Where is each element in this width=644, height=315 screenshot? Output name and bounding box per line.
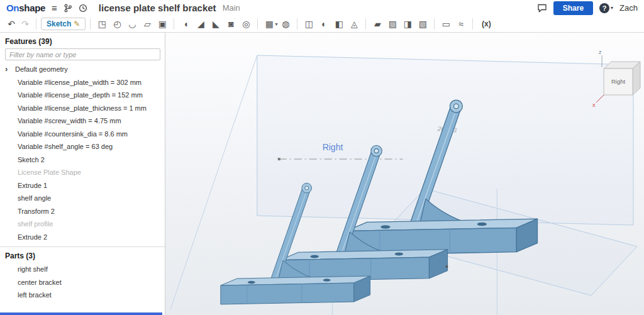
help-icon[interactable]: ? [599, 3, 609, 13]
comments-icon[interactable] [537, 3, 547, 13]
undo-icon[interactable]: ↶ [5, 19, 18, 29]
history-clock-icon[interactable] [79, 4, 87, 13]
toolbar-separator [472, 18, 473, 30]
feature-label: Default geometry [15, 63, 68, 76]
feature-label: shelf profile [18, 220, 53, 228]
document-title: license plate shelf bracket [99, 3, 216, 13]
app-header: Onshape ≡ license plate shelf bracket Ma… [0, 0, 644, 16]
feature-item[interactable]: shelf angle [0, 192, 165, 205]
chamfer-icon[interactable]: ◢ [194, 18, 208, 30]
offset-surface-icon[interactable]: ▰ [370, 18, 384, 30]
onshape-logo[interactable]: Onshape [6, 3, 45, 13]
linear-pattern-dropdown-caret[interactable]: ▾ [275, 21, 277, 27]
feature-item[interactable]: Variable #screw_width = 4.75 mm [0, 114, 165, 128]
feature-item-suppressed[interactable]: shelf profile [0, 218, 165, 231]
part-item[interactable]: right shelf [0, 263, 165, 276]
feature-label: shelf angle [18, 194, 51, 202]
toolbar-separator [434, 18, 435, 30]
shell-icon[interactable]: ◙ [224, 18, 238, 30]
axis-z-label: z [599, 49, 602, 55]
feature-label: License Plate Shape [18, 169, 81, 176]
feature-item[interactable]: Variable #shelf_angle = 63 deg [0, 140, 165, 153]
user-name[interactable]: Zach [619, 3, 638, 13]
toolbar-separator [174, 18, 174, 30]
feature-item[interactable]: Variable #license_plate_depth = 152 mm [0, 89, 165, 102]
feature-label: Sketch 2 [18, 156, 45, 163]
toolbar-separator [365, 18, 366, 30]
right-plane-label[interactable]: Right [323, 142, 343, 152]
share-button[interactable]: Share [553, 1, 593, 15]
thicken-icon[interactable]: ▣ [155, 18, 169, 30]
mirror-icon[interactable]: ◫ [302, 18, 316, 30]
feature-label: Variable #screw_width = 4.75 mm [18, 117, 121, 124]
feature-item-suppressed[interactable]: License Plate Shape [0, 166, 165, 179]
part-item[interactable]: left bracket [0, 289, 165, 302]
help-menu[interactable]: ? ▾ [599, 3, 613, 13]
feature-item[interactable]: Variable #license_plate_width = 302 mm [0, 76, 165, 89]
delete-face-icon[interactable]: ▧ [416, 18, 430, 30]
feature-item[interactable]: Extrude 2 [0, 231, 165, 244]
rollback-bar[interactable] [0, 312, 162, 315]
feature-item[interactable]: Variable #countersink_dia = 8.6 mm [0, 128, 165, 141]
revolve-icon[interactable]: ◴ [110, 18, 124, 30]
viewport-3d[interactable]: 260.73 Right R [165, 33, 644, 315]
feature-item[interactable]: Variable #license_plate_thickness = 1 mm [0, 102, 165, 115]
part-label: center bracket [18, 279, 62, 286]
feature-filter-input[interactable] [5, 48, 160, 60]
draft-icon[interactable]: ◣ [209, 18, 223, 30]
toolbar-separator [36, 18, 36, 30]
feature-tree: › Default geometry Variable #license_pla… [0, 63, 165, 243]
feature-label: Variable #license_plate_thickness = 1 mm [18, 104, 147, 112]
plane-icon[interactable]: ▭ [439, 18, 453, 30]
sketch-label: Sketch [47, 19, 71, 28]
sketch-button[interactable]: Sketch ✎ [41, 18, 86, 30]
workspace-name[interactable]: Main [223, 3, 240, 13]
pencil-icon: ✎ [74, 19, 80, 28]
loft-icon[interactable]: ▱ [140, 18, 154, 30]
toolbar-separator [90, 18, 91, 30]
transform-icon[interactable]: ◬ [347, 18, 361, 30]
feature-label: Variable #license_plate_depth = 152 mm [18, 91, 143, 99]
feature-item[interactable]: Transform 2 [0, 205, 165, 218]
fill-surface-icon[interactable]: ▨ [386, 18, 399, 30]
logo-on: On [6, 3, 19, 13]
feature-item-default-geometry[interactable]: › Default geometry [0, 63, 165, 76]
feature-label: Variable #shelf_angle = 63 deg [18, 143, 113, 150]
part-label: left bracket [18, 291, 52, 299]
chevron-right-icon[interactable]: › [5, 63, 13, 76]
main-menu-icon[interactable]: ≡ [52, 3, 57, 13]
features-panel: Features (39) › Default geometry Variabl… [0, 33, 165, 315]
circular-pattern-icon[interactable]: ◍ [279, 18, 292, 30]
feature-label: Transform 2 [18, 207, 55, 215]
linear-pattern-icon[interactable]: ▦ [262, 18, 276, 30]
helix-icon[interactable]: ≈ [454, 18, 468, 30]
feature-item[interactable]: Extrude 1 [0, 179, 165, 192]
toolbar-separator [297, 18, 297, 30]
axis-x-label: x [592, 102, 596, 108]
redo-icon[interactable]: ↷ [19, 19, 31, 29]
feature-label: Variable #license_plate_width = 302 mm [18, 79, 142, 86]
origin-point[interactable] [445, 265, 448, 268]
feature-toolbar: ↶ ↷ Sketch ✎ ◳ ◴ ◡ ▱ ▣ ◖ ◢ ◣ ◙ ◎ ▦ ▾ ◍ ◫… [0, 16, 644, 33]
versions-branch-icon[interactable] [64, 4, 72, 13]
part-label: right shelf [18, 265, 48, 273]
hole-icon[interactable]: ◎ [239, 18, 253, 30]
boolean-icon[interactable]: ◐ [317, 18, 331, 30]
feature-item[interactable]: Sketch 2 [0, 153, 165, 167]
feature-label: Extrude 1 [18, 182, 47, 189]
fillet-icon[interactable]: ◖ [179, 18, 192, 30]
variable-icon[interactable]: (x) [477, 18, 495, 30]
move-face-icon[interactable]: ◨ [401, 18, 414, 30]
logo-shape: shape [19, 3, 45, 13]
onshape-app: Onshape ≡ license plate shelf bracket Ma… [0, 0, 644, 315]
view-cube-face-label: Right [611, 78, 625, 85]
features-title: Features (39) [0, 33, 165, 48]
toolbar-separator [257, 18, 258, 30]
sweep-icon[interactable]: ◡ [125, 18, 139, 30]
help-caret-icon: ▾ [611, 5, 613, 11]
feature-label: Extrude 2 [18, 233, 47, 241]
split-icon[interactable]: ◧ [332, 18, 346, 30]
part-item[interactable]: center bracket [0, 276, 165, 289]
parts-title: Parts (3) [0, 247, 165, 263]
extrude-icon[interactable]: ◳ [95, 18, 109, 30]
